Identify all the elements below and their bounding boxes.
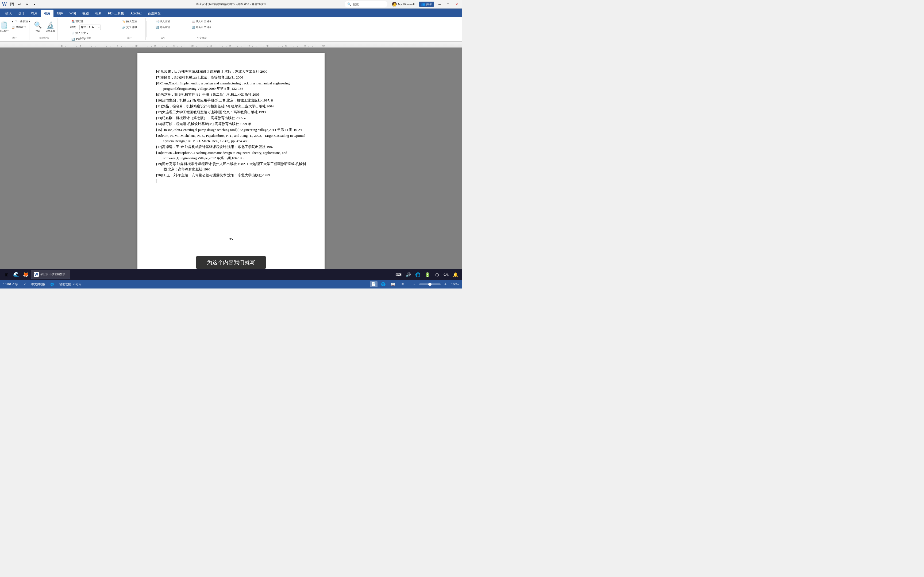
spell-check-icon[interactable]: ✓	[23, 282, 27, 287]
citation-style-dropdown[interactable]: 样式：APA ▾	[79, 24, 101, 30]
status-bar-right: 📄 🌐 📖 ≡ － ＋ 100%	[370, 281, 460, 287]
search-bar[interactable]: 🔍	[345, 1, 388, 8]
references-section: [6]凡云鹏，田万槐等主编.机械设计课程设计.沈阳：东北大学出版社·2000 […	[156, 69, 306, 183]
update-toc-button[interactable]: 🔄 更新引文目录	[191, 24, 213, 30]
tab-review[interactable]: 审阅	[66, 10, 79, 17]
zoom-in-button[interactable]: ＋	[442, 281, 449, 287]
ref-18: [18]Brown,Christopher A.Teaching axiomat…	[156, 150, 306, 161]
research-group-label: 信息检索	[31, 36, 57, 40]
customize-button[interactable]: ▾	[31, 1, 38, 8]
restore-button[interactable]: □	[445, 1, 451, 8]
text-cursor	[156, 179, 157, 183]
tab-mailings[interactable]: 邮件	[53, 10, 66, 17]
next-footnote-icon: ▼	[11, 20, 14, 23]
print-layout-view-button[interactable]: 📄	[370, 281, 378, 287]
save-button[interactable]: 💾	[9, 1, 15, 8]
page-number: 35	[156, 236, 306, 242]
ref-12: [12]大连理工大学工程画教研室编.机械制图.北京：高等教育出版社·1993	[156, 110, 306, 115]
tab-view[interactable]: 视图	[79, 10, 92, 17]
start-button[interactable]: ⊞	[2, 270, 11, 279]
minimize-button[interactable]: ─	[436, 1, 443, 8]
start-icon: ⊞	[5, 272, 8, 277]
word-app-icon: W	[34, 272, 39, 277]
document-area[interactable]: [6]凡云鹏，田万槐等主编.机械设计课程设计.沈阳：东北大学出版社·2000 […	[0, 48, 462, 269]
insert-citation-button[interactable]: 📄 插入引文 ▾	[70, 31, 89, 36]
cross-reference-button[interactable]: 🔗 交叉引用	[121, 24, 138, 30]
tab-pdf-tools[interactable]: PDF工具集	[105, 10, 127, 17]
share-button[interactable]: 👥 共享	[419, 2, 434, 7]
ribbon-group-footnotes: 🗒️ 插入脚注 ▼ 下一条脚注 ▾ 📋 显示备注 脚注	[0, 18, 29, 40]
cursor-line	[149, 179, 298, 183]
notification-text: 为这个内容我们就写	[207, 259, 255, 265]
volume-icon[interactable]: 🔊	[404, 270, 412, 279]
next-footnote-button[interactable]: ▼ 下一条脚注 ▾	[10, 19, 31, 24]
tab-design[interactable]: 设计	[15, 10, 28, 17]
clock-text: CAN	[444, 273, 449, 276]
edge-icon: 🌊	[13, 272, 19, 277]
style-label: 样式：	[70, 25, 78, 29]
insert-index-icon: 📑	[156, 20, 159, 23]
insert-footnote-button[interactable]: 🗒️ 插入脚注	[0, 19, 10, 35]
word-taskbar-app[interactable]: W 毕业设计·多功能教学...	[31, 270, 70, 279]
horizontal-ruler: -10-551015202530354045505560	[0, 42, 462, 48]
tab-help[interactable]: 帮助	[92, 10, 105, 17]
insert-caption-button[interactable]: 🏷️ 插入题注	[121, 19, 138, 24]
taskbar-firefox-icon[interactable]: 🦊	[21, 270, 30, 279]
insert-index-button[interactable]: 📑 插入索引	[155, 19, 171, 24]
language-status[interactable]: 中文(中国)	[30, 282, 46, 287]
ribbon-separator-3	[113, 21, 113, 37]
network-icon[interactable]: 🌐	[414, 270, 422, 279]
locale-icon[interactable]: 🌐	[49, 282, 55, 287]
zoom-level[interactable]: 100%	[450, 282, 460, 286]
tab-references[interactable]: 引用	[40, 10, 53, 17]
system-clock[interactable]: CAN	[443, 273, 450, 276]
outline-view-button[interactable]: ≡	[399, 281, 406, 287]
ref-17: [17]高泽远，王·金主编.机械设计基础课程设计.沈阳：东北工学院出版社·198…	[156, 144, 306, 150]
document-title: 毕业设计·多功能教学箱说明书 - 副本.doc - 兼容性模式	[196, 2, 266, 6]
insert-toc-button[interactable]: 📖 插入引文目录	[191, 19, 213, 24]
redo-button[interactable]: ↪	[24, 1, 30, 8]
web-layout-view-button[interactable]: 🌐	[380, 281, 387, 287]
ribbon-group-captions: 🏷️ 插入题注 🔗 交叉引用 题注	[114, 18, 146, 40]
toc-group-label: 引文目录	[181, 36, 223, 40]
status-bar-left: 13101 个字 ✓ 中文(中国) 🌐 辅助功能: 不可用	[2, 282, 82, 287]
insert-caption-icon: 🏷️	[122, 20, 125, 23]
search-button[interactable]: 🔍 搜索	[32, 19, 44, 35]
update-index-icon: 🔄	[156, 26, 159, 29]
firefox-icon: 🦊	[23, 272, 29, 277]
show-notes-button[interactable]: 📋 显示备注	[10, 24, 31, 30]
ruler: -10-551015202530354045505560	[0, 42, 462, 48]
tab-insert[interactable]: 插入	[2, 10, 15, 17]
research-tool-button[interactable]: 🔬 研究工具	[44, 19, 56, 35]
zoom-out-button[interactable]: －	[411, 281, 418, 287]
keyboard-icon[interactable]: ⌨	[394, 270, 403, 279]
update-index-button[interactable]: 🔄 更新索引	[155, 24, 171, 30]
ref-8: [8]Chen,Xiaolin.Implementing a design an…	[156, 81, 306, 91]
next-footnote-dropdown-icon: ▾	[29, 20, 30, 23]
page-empty-space	[156, 183, 306, 231]
ribbon-group-citations: 📚 管理源 样式： 样式：APA ▾ 📄 插入引文 ▾ 🔄 更新引文	[59, 18, 112, 40]
footnotes-group-label: 脚注	[0, 36, 29, 40]
account-label[interactable]: My Microsoft	[398, 3, 415, 6]
word-count-status[interactable]: 13101 个字	[2, 282, 19, 287]
tab-layout[interactable]: 布局	[28, 10, 40, 17]
zoom-slider[interactable]	[419, 284, 441, 285]
accessibility-status[interactable]: 辅助功能: 不可用	[58, 282, 82, 287]
manage-sources-button[interactable]: 📚 管理源	[70, 19, 84, 24]
notifications-button[interactable]: 🔔	[451, 270, 460, 279]
ref-7: [7]濮良贵，纪名刚.机械设计.北京：高等教育出版社 2006	[156, 75, 306, 80]
search-input[interactable]	[353, 3, 380, 6]
ribbon-group-toc: 📖 插入引文目录 🔄 更新引文目录 引文目录	[181, 18, 223, 40]
read-view-button[interactable]: 📖	[389, 281, 397, 287]
bluetooth-icon[interactable]: ⬡	[433, 270, 441, 279]
tab-acrobat[interactable]: Acrobat	[127, 10, 145, 17]
battery-icon[interactable]: 🔋	[423, 270, 432, 279]
tab-baidu[interactable]: 百度网盘	[145, 10, 164, 17]
title-bar-right: 🔍 🧑 My Microsoft 👥 共享 ─ □ ✕	[345, 1, 460, 8]
close-button[interactable]: ✕	[454, 1, 460, 8]
undo-button[interactable]: ↩	[16, 1, 23, 8]
ref-13: [13]纪名刚，机械设计（第七版），高等教育出版社 2005 ↵	[156, 115, 306, 121]
taskbar-edge-icon[interactable]: 🌊	[12, 270, 20, 279]
research-icon: 🔬	[46, 21, 54, 29]
dropdown-arrow-icon: ▾	[99, 26, 99, 29]
